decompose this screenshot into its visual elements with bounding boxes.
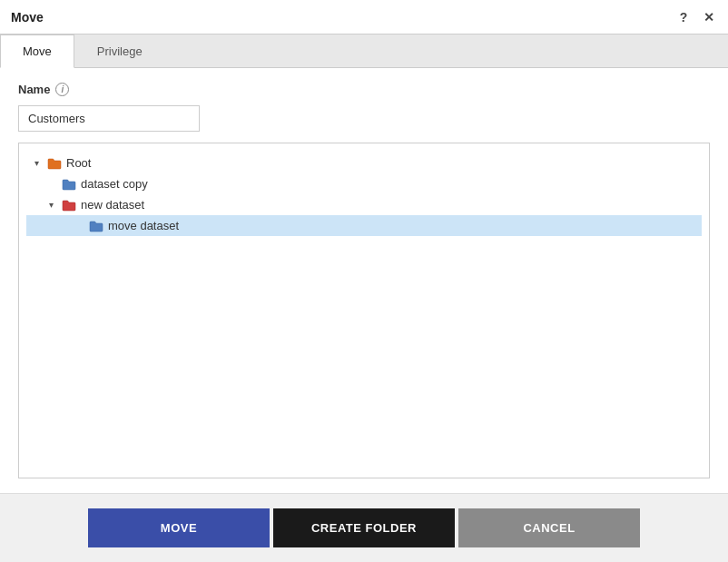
folder-icon-move-dataset [88, 220, 104, 232]
tab-privilege[interactable]: Privilege [74, 35, 165, 67]
close-icon[interactable]: ✕ [701, 10, 717, 25]
tree-node-root-label: Root [66, 156, 91, 170]
footer: MOVE CREATE FOLDER CANCEL [0, 493, 728, 562]
tab-bar: Move Privilege [0, 35, 728, 68]
tree-node-move-dataset[interactable]: move dataset [26, 215, 702, 236]
name-label: Name [18, 83, 50, 96]
cancel-button[interactable]: CANCEL [458, 508, 640, 547]
tree-node-move-dataset-label: move dataset [108, 219, 179, 232]
tab-move[interactable]: Move [0, 35, 74, 68]
dialog-title: Move [11, 10, 44, 25]
help-icon[interactable]: ? [675, 10, 692, 25]
title-bar-icons: ? ✕ [675, 10, 717, 25]
tree-node-dataset-copy-label: dataset copy [81, 177, 148, 191]
title-bar: Move ? ✕ [0, 0, 728, 35]
tree-node-root[interactable]: ▾ Root [26, 153, 702, 173]
folder-tree[interactable]: ▾ Root dataset [18, 143, 710, 478]
move-button[interactable]: MOVE [88, 508, 270, 547]
name-input[interactable] [18, 105, 200, 132]
tree-node-dataset-copy[interactable]: dataset copy [26, 173, 702, 194]
create-folder-button[interactable]: CREATE FOLDER [273, 508, 455, 547]
content-area: Move Privilege Name i ▾ [0, 35, 728, 493]
folder-icon-dataset-copy [61, 178, 77, 191]
folder-icon-new-dataset [61, 199, 77, 212]
tree-node-new-dataset[interactable]: ▾ new dataset [26, 194, 702, 215]
chevron-new-dataset: ▾ [44, 199, 57, 212]
main-panel: Name i ▾ Root [0, 68, 728, 493]
move-dialog: Move ? ✕ Move Privilege Name i ▾ [0, 0, 728, 562]
tree-node-new-dataset-label: new dataset [81, 198, 144, 212]
folder-icon-root [46, 157, 63, 170]
name-row: Name i [18, 83, 710, 96]
chevron-root: ▾ [30, 157, 43, 170]
name-info-icon[interactable]: i [55, 83, 69, 96]
